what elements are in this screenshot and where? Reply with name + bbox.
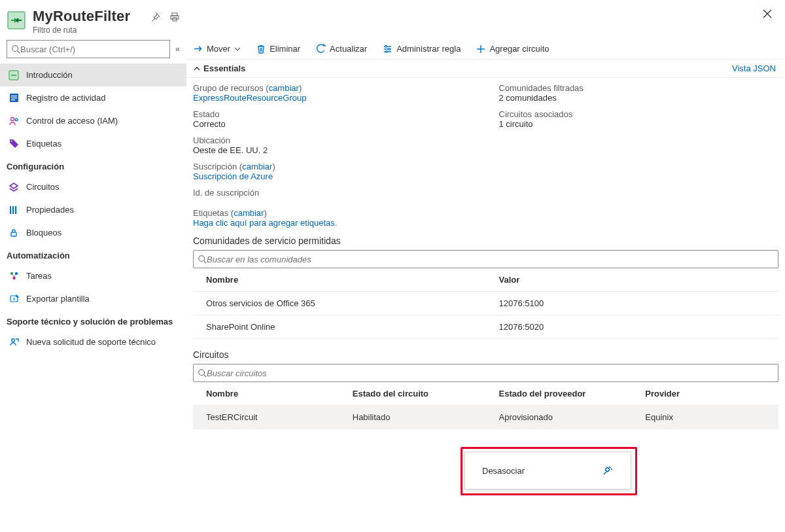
ess-label-sub: Suscripción [193,162,237,171]
table-row[interactable]: Otros servicios de Office 365 12076:5100 [193,292,778,315]
trash-icon [256,44,266,54]
sidebar-item-iam[interactable]: Control de acceso (IAM) [0,109,186,132]
communities-title: Comunidades de servicio permitidas [193,236,778,246]
communities-search-input[interactable] [207,255,774,264]
sidebar-item-etiquetas[interactable]: Etiquetas [0,132,186,155]
ess-label-state: Estado [193,109,219,119]
svg-point-11 [15,118,18,121]
toolbar-label: Actualizar [330,44,367,54]
ess-change-sub[interactable]: cambiar [242,162,272,171]
ess-change-rg[interactable]: cambiar [269,83,299,93]
pin-icon[interactable] [150,12,160,22]
ess-label-tags: Etiquetas [193,208,228,218]
add-circuit-button[interactable]: Agregar circuito [476,44,549,54]
sidebar-item-label: Circuitos [26,182,60,192]
sidebar-item-label: Bloqueos [26,228,61,238]
collapse-sidebar-icon[interactable]: « [175,44,180,54]
ess-label-rg: Grupo de recursos [193,83,264,93]
page-title: MyRouteFilter [33,8,130,25]
communities-table: Nombre Valor Otros servicios de Office 3… [193,268,778,339]
sidebar-section-soporte: Soporte técnico y solución de problemas [0,310,186,330]
cell-value: 12076:5020 [486,315,779,339]
svg-point-10 [11,117,14,120]
col-circuit-state: Estado del circuito [340,382,486,406]
sidebar: « Introducción Registro de actividad Con… [0,40,186,432]
overview-icon [8,70,20,80]
cell-circuit-state: Habilitado [340,406,486,429]
circuits-icon [8,182,20,192]
chevron-up-icon [193,65,201,73]
circuits-title: Circuitos [193,349,778,360]
svg-rect-8 [11,98,17,98]
communities-search[interactable] [193,250,778,268]
essentials-toggle[interactable]: Essentials [193,63,245,73]
cell-name: Otros servicios de Office 365 [193,292,486,315]
ess-value-rg[interactable]: ExpressRouteResourceGroup [193,93,306,103]
move-button[interactable]: Mover [193,44,241,54]
svg-point-4 [12,46,18,52]
activity-icon [8,93,20,103]
col-provider-state: Estado del proveedor [486,382,633,406]
circuits-search-input[interactable] [207,368,774,378]
properties-icon [8,205,20,215]
sidebar-item-introduccion[interactable]: Introducción [0,63,186,86]
toolbar-label: Eliminar [270,44,300,54]
sidebar-item-circuitos[interactable]: Circuitos [0,175,186,198]
svg-rect-1 [172,13,177,16]
sidebar-item-label: Registro de actividad [26,93,105,103]
svg-point-26 [199,370,205,376]
svg-rect-7 [11,96,17,96]
ess-value-sub[interactable]: Suscripción de Azure [193,171,273,181]
sidebar-item-actividad[interactable]: Registro de actividad [0,86,186,109]
svg-point-19 [12,277,15,279]
refresh-button[interactable]: Actualizar [316,44,367,54]
ess-label-subid: Id. de suscripción [193,188,259,198]
table-row[interactable]: SharePoint Online 12076:5020 [193,315,778,339]
sidebar-item-tareas[interactable]: Tareas [0,264,186,287]
cell-value: 12076:5100 [486,292,779,315]
blade-header: MyRouteFilter Filtro de ruta [0,0,785,40]
refresh-icon [316,44,326,54]
svg-point-24 [386,51,388,53]
essentials-panel: Grupo de recursos (cambiar) ExpressRoute… [186,78,785,207]
sidebar-item-label: Introducción [26,70,73,80]
col-value: Valor [486,268,779,292]
communities-section: Comunidades de servicio permitidas Nombr… [186,228,785,342]
toolbar-label: Mover [207,44,230,54]
export-icon [8,294,20,304]
sidebar-search[interactable] [7,40,170,58]
cell-provider-state: Aprovisionado [486,406,633,429]
ess-value-communities: 2 comunidades [499,93,557,103]
toolbar-label: Agregar circuito [489,44,549,54]
sidebar-item-soporte[interactable]: Nueva solicitud de soporte técnico [0,330,186,353]
ess-value-circuits: 1 circuito [499,119,533,129]
manage-rule-button[interactable]: Administrar regla [383,44,461,54]
support-icon [8,337,20,347]
sidebar-search-input[interactable] [20,44,166,54]
unplug-icon [602,465,614,476]
circuits-search[interactable] [193,364,778,382]
sidebar-item-exportar[interactable]: Exportar plantilla [0,287,186,310]
delete-button[interactable]: Eliminar [256,44,300,54]
circuits-table: Nombre Estado del circuito Estado del pr… [193,382,778,429]
svg-point-22 [385,46,387,48]
ess-tags-add-link[interactable]: Haga clic aquí para agregar etiquetas. [193,218,337,228]
context-menu-dissociate[interactable]: Desasociar [464,452,631,489]
lock-icon [8,228,20,238]
json-view-link[interactable]: Vista JSON [732,63,776,73]
svg-point-23 [389,48,391,50]
sidebar-item-label: Control de acceso (IAM) [26,116,118,126]
sidebar-item-label: Propiedades [26,205,74,215]
ess-label-communities: Comunidades filtradas [499,83,584,93]
sidebar-section-configuracion: Configuración [0,155,186,175]
svg-point-12 [10,141,12,142]
ess-label-circuits: Circuitos asociados [499,109,573,119]
sidebar-item-bloqueos[interactable]: Bloqueos [0,221,186,244]
ess-change-tags[interactable]: cambiar [234,208,264,218]
sidebar-item-propiedades[interactable]: Propiedades [0,198,186,221]
print-icon[interactable] [169,12,180,22]
close-icon[interactable] [763,9,772,18]
circuits-section: Circuitos Nombre Estado del circuito Est… [186,342,785,432]
table-row[interactable]: TestERCircuit Habilitado Aprovisionado E… [193,406,778,429]
command-bar: Mover Eliminar Actualizar [186,40,785,60]
